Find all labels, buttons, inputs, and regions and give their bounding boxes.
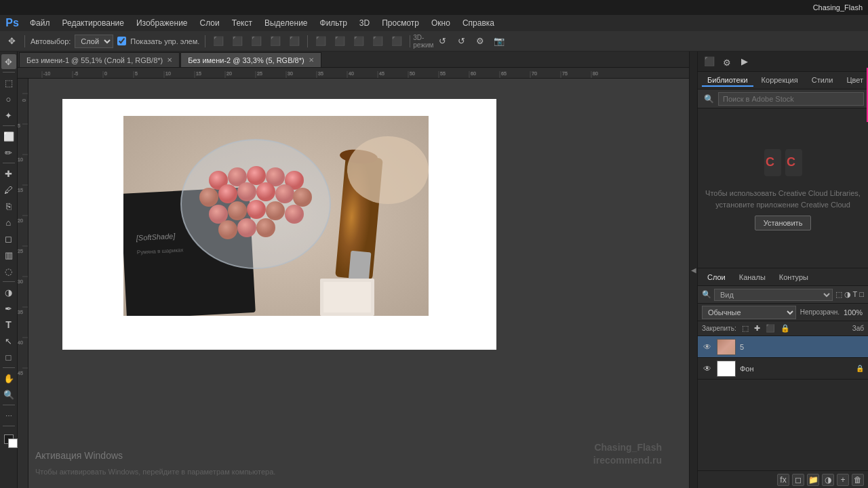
align-icon-2[interactable]: ⬛ [230,34,245,49]
3d-mode-btn[interactable]: 3D-режим [416,34,431,49]
layer-bg-visibility[interactable]: 👁 [702,363,713,374]
opt-btn-2[interactable]: ↺ [454,34,469,49]
lock-all-icon[interactable]: ⬛ [766,324,775,333]
brush-tool[interactable]: 🖊 [1,182,16,197]
panel-cc-btn[interactable]: ⚙ [719,56,734,70]
align-icon-5[interactable]: ⬛ [287,34,302,49]
tab-libraries[interactable]: Библиотеки [702,75,753,87]
lock-pixels-icon[interactable]: ⬚ [742,324,749,333]
pen-tool[interactable]: ✒ [1,301,16,316]
layers-blend-row: Обычные Непрозрачн. 100% [698,304,868,321]
tabs-bar: Без имени-1 @ 55,1% (Слой 1, RGB/8*) ✕ Б… [18,52,689,68]
menu-text[interactable]: Текст [226,17,258,29]
filter-type-dropdown[interactable]: Вид [714,289,833,301]
layer-item-5[interactable]: 👁 5 [698,336,868,358]
align-icon-9[interactable]: ⬛ [370,34,385,49]
menu-view[interactable]: Просмотр [376,17,425,29]
create-fill-btn[interactable]: ◑ [822,474,834,486]
menu-help[interactable]: Справка [457,17,500,29]
blur-tool[interactable]: ◌ [1,264,16,279]
tab-1-close[interactable]: ✕ [167,56,172,64]
eyedropper-tool[interactable]: ✏ [1,145,16,160]
svg-text:45: 45 [379,71,384,76]
path-select-tool[interactable]: ↖ [1,333,16,348]
menu-image[interactable]: Изображение [131,17,193,29]
tab-2-label: Без имени-2 @ 33,3% (5, RGB/8*) [188,56,304,64]
menu-window[interactable]: Окно [426,17,456,29]
eraser-tool[interactable]: ◻ [1,231,16,246]
align-icon-4[interactable]: ⬛ [268,34,283,49]
opt-btn-3[interactable]: ⚙ [473,34,488,49]
lock-position-icon[interactable]: ✚ [754,324,760,333]
move-tool[interactable]: ✥ [1,54,16,69]
color-swatches[interactable] [1,432,16,447]
tool-separator-7 [3,426,15,426]
opt-btn-4[interactable]: 📷 [492,34,507,49]
filter-pixel-icon[interactable]: ⬚ [835,290,842,299]
menu-select[interactable]: Выделение [259,17,313,29]
crop-tool[interactable]: ⬜ [1,129,16,144]
add-mask-btn[interactable]: ◻ [792,474,804,486]
activation-title: Активация Windows [35,450,123,461]
filter-shape-icon[interactable]: □ [859,290,864,299]
menu-edit[interactable]: Редактирование [57,17,130,29]
tab-correction[interactable]: Коррекция [756,75,804,87]
dodge-tool[interactable]: ◑ [1,285,16,300]
separator2 [205,35,205,47]
tab-paths[interactable]: Контуры [774,272,814,283]
layers-tabs: Слои Каналы Контуры [698,268,868,286]
tab-file-2[interactable]: Без имени-2 @ 33,3% (5, RGB/8*) ✕ [180,52,321,67]
shape-tool[interactable]: □ [1,350,16,365]
history-tool[interactable]: ⌂ [1,215,16,230]
lock-lock-icon[interactable]: 🔒 [781,324,790,333]
filter-adjust-icon[interactable]: ◑ [844,290,851,299]
autoselect-dropdown[interactable]: Слой [75,35,113,48]
new-layer-btn[interactable]: + [837,474,849,486]
move-tool-icon[interactable]: ✥ [4,34,19,49]
tab-styles[interactable]: Стили [806,75,839,87]
tab-file-1[interactable]: Без имени-1 @ 55,1% (Слой 1, RGB/8*) ✕ [19,52,180,67]
align-icon-1[interactable]: ⬛ [211,34,226,49]
hand-tool[interactable]: ✋ [1,371,16,386]
zoom-tool[interactable]: 🔍 [1,387,16,402]
lasso-tool[interactable]: ○ [1,92,16,106]
align-icon-10[interactable]: ⬛ [389,34,404,49]
layer-item-bg[interactable]: 👁 Фон 🔒 [698,358,868,380]
text-tool[interactable]: T [1,317,16,332]
tab-2-close[interactable]: ✕ [309,56,314,64]
menu-layers[interactable]: Слои [195,17,225,29]
show-transform-checkbox[interactable] [117,37,126,45]
layer-5-thumb [717,339,736,355]
gradient-tool[interactable]: ▥ [1,247,16,262]
panel-collapse-btn[interactable]: ◀ [689,52,697,488]
align-icon-6[interactable]: ⬛ [313,34,328,49]
filter-text-icon[interactable]: T [853,290,858,299]
canvas-area: Без имени-1 @ 55,1% (Слой 1, RGB/8*) ✕ Б… [18,52,689,488]
blend-mode-dropdown[interactable]: Обычные [702,306,796,319]
marquee-tool[interactable]: ⬚ [1,75,16,90]
stock-search-input[interactable] [718,92,864,106]
panel-play-btn[interactable]: ▶ [737,54,752,69]
align-icon-7[interactable]: ⬛ [332,34,347,49]
svg-text:65: 65 [501,71,507,76]
svg-text:15: 15 [18,188,23,192]
tab-color[interactable]: Цвет [841,75,868,87]
add-layer-style-btn[interactable]: fx [777,474,789,486]
menu-file[interactable]: Файл [24,17,56,29]
heal-tool[interactable]: ✚ [1,166,16,181]
install-button[interactable]: Установить [755,216,812,230]
more-tools[interactable]: ⋯ [1,408,16,423]
menu-3d[interactable]: 3D [354,17,375,29]
align-icon-8[interactable]: ⬛ [351,34,366,49]
magic-wand-tool[interactable]: ✦ [1,108,16,123]
tab-channels[interactable]: Каналы [734,272,771,283]
create-group-btn[interactable]: 📁 [807,474,819,486]
menu-filter[interactable]: Фильтр [315,17,353,29]
layer-5-visibility[interactable]: 👁 [702,342,713,352]
clone-tool[interactable]: ⎘ [1,199,16,214]
delete-layer-btn[interactable]: 🗑 [852,474,864,486]
tab-layers[interactable]: Слои [702,272,731,283]
opt-btn-1[interactable]: ↺ [435,34,450,49]
panel-3d-btn[interactable]: ⬛ [702,54,717,69]
align-icon-3[interactable]: ⬛ [249,34,264,49]
